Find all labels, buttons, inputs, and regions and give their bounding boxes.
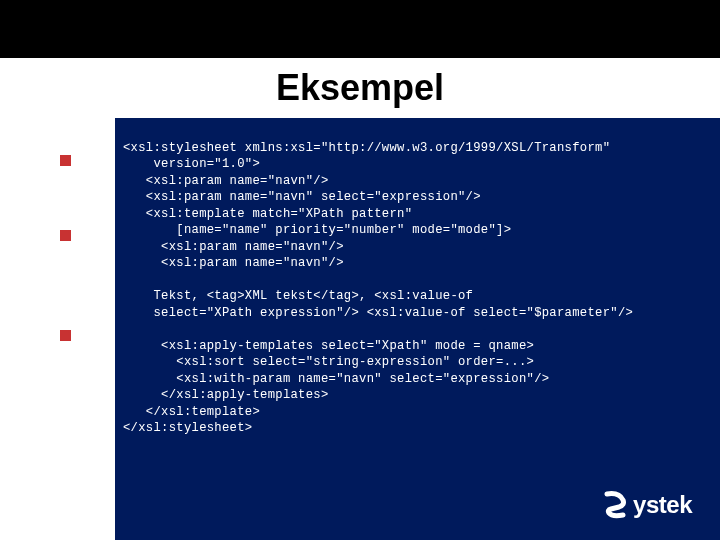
logo-mark-icon [601, 490, 631, 520]
top-black-bar [0, 0, 720, 58]
logo-text: ystek [633, 491, 692, 519]
bullet-icon [60, 155, 71, 166]
left-white-panel [0, 118, 115, 540]
code-block: <xsl:stylesheet xmlns:xsl="http://www.w3… [123, 140, 710, 436]
bullet-icon [60, 230, 71, 241]
systek-logo: ystek [601, 490, 692, 520]
slide-title: Eksempel [276, 67, 444, 109]
bullet-icon [60, 330, 71, 341]
content-area: <xsl:stylesheet xmlns:xsl="http://www.w3… [115, 118, 720, 540]
title-band: Eksempel [0, 58, 720, 118]
